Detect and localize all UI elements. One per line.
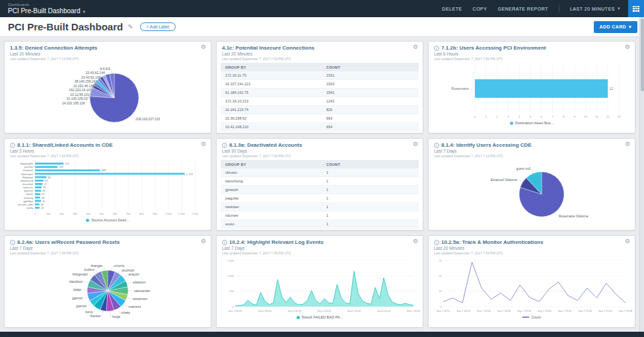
- card-potential-insecure-connections: 4.1c: Potential Insecure Connections ⚙ L…: [216, 41, 423, 133]
- legend-swatch: [86, 219, 89, 222]
- table-row[interactable]: rwebster1: [221, 203, 419, 211]
- svg-text:25: 25: [439, 289, 443, 293]
- line-chart: 0255075Sep 7 18:51Sep 7 18:52Sep 7 18:54…: [433, 257, 631, 314]
- gear-icon[interactable]: ⚙: [625, 44, 630, 50]
- delete-button[interactable]: DELETE: [442, 7, 462, 11]
- svg-text:1 124: 1 124: [186, 172, 194, 176]
- apps-grid-button[interactable]: [628, 0, 644, 17]
- generate-report-button[interactable]: GENERATE REPORT: [497, 7, 548, 11]
- add-card-button[interactable]: ADD CARD ▾: [594, 21, 637, 33]
- column-header-group-by[interactable]: GROUP BY: [225, 65, 326, 69]
- cell-group-by: 61.184.162.75: [225, 91, 326, 94]
- cell-count: 1: [326, 179, 414, 183]
- vertical-scrollbar[interactable]: [639, 17, 644, 332]
- svg-text:8.6.8.8: 8.6.8.8: [100, 67, 111, 71]
- table-row[interactable]: 10.241.223.74826: [221, 106, 419, 114]
- table-row[interactable]: 172.16.11.702331: [221, 71, 419, 80]
- card-highlight-relevant-log-events: i 10.2.4: Highlight Relevant Log Events …: [216, 235, 423, 328]
- cell-group-by: 172.16.11.70: [225, 73, 326, 77]
- svg-text:Sep 3 00:00: Sep 3 00:00: [288, 310, 301, 313]
- svg-text:0: 0: [34, 212, 36, 215]
- cell-count: 826: [326, 108, 414, 112]
- table-row[interactable]: samchoing1: [221, 177, 419, 186]
- cell-group-by: gjoseph: [225, 188, 326, 192]
- gear-icon[interactable]: ⚙: [413, 238, 418, 244]
- cell-group-by: 10.30.238.62: [225, 116, 326, 120]
- table-row[interactable]: ndumes1: [221, 211, 419, 220]
- info-icon[interactable]: i: [434, 46, 439, 51]
- cell-group-by: ndumes: [225, 213, 326, 217]
- gear-icon[interactable]: ⚙: [201, 44, 206, 50]
- info-icon[interactable]: i: [434, 143, 439, 148]
- card-title: 10.2.5a: Track & Monitor Authentications: [441, 239, 543, 245]
- svg-text:500: 500: [229, 289, 234, 293]
- svg-text:1 500: 1 500: [227, 259, 234, 262]
- card-users-recent-password-resets: i 8.2.4a: Users w/Recent Password Resets…: [4, 235, 211, 328]
- card-time-range: Last 6 Hours: [434, 52, 629, 56]
- pie-chart: dvargasfcollinshfitzgeraldidavidsonipage…: [9, 257, 207, 323]
- table-row[interactable]: nbrown1: [221, 168, 419, 177]
- column-header-group-by[interactable]: GROUP BY: [225, 163, 326, 167]
- svg-text:Sep 7 19:06: Sep 7 19:06: [598, 310, 612, 313]
- svg-text:488: 488: [101, 168, 106, 172]
- table-row[interactable]: gjoseph1: [221, 186, 419, 194]
- table-row[interactable]: 10.227.241.2212203: [221, 80, 419, 89]
- card-title: 7.1.2b: Users Accessing PCI Environment: [441, 45, 546, 51]
- card-title: 4.1c: Potential Insecure Connections: [222, 45, 314, 51]
- cell-count: 1: [326, 196, 414, 200]
- copy-button[interactable]: COPY: [473, 7, 487, 11]
- svg-text:oswanson: oswanson: [133, 297, 148, 301]
- info-icon[interactable]: i: [434, 240, 439, 245]
- table-row[interactable]: 61.184.162.751541: [221, 89, 419, 97]
- cell-group-by: 10.41.148.210: [225, 125, 326, 129]
- gear-icon[interactable]: ⚙: [413, 44, 418, 50]
- edit-pencil-icon[interactable]: ✎: [127, 23, 133, 30]
- svg-text:5: 5: [530, 115, 532, 118]
- svg-text:Sep 5 00:00: Sep 5 00:00: [347, 310, 361, 313]
- gear-icon[interactable]: ⚙: [625, 141, 630, 147]
- svg-text:6: 6: [540, 115, 542, 118]
- chart-legend[interactable]: Result FAILED BAD PA...: [297, 315, 343, 319]
- svg-text:10.151.46.189: 10.151.46.189: [73, 84, 94, 88]
- card-title: 8.1.3a: Deactivated Accounts: [229, 142, 302, 148]
- svg-text:cmorris: cmorris: [114, 264, 125, 268]
- info-icon[interactable]: i: [222, 143, 227, 148]
- svg-text:Sep 2 00:00: Sep 2 00:00: [258, 310, 271, 313]
- gear-icon[interactable]: ⚙: [201, 238, 206, 244]
- dashboard-switcher[interactable]: Dashboards PCI Pre-Built Dashboard ▾: [8, 3, 85, 15]
- table-row[interactable]: souto1: [221, 220, 419, 229]
- table-row[interactable]: jsaguilar1: [221, 194, 419, 203]
- time-range-dropdown[interactable]: LAST 20 MINUTES ▾: [570, 6, 620, 11]
- chart-legend[interactable]: Count: [522, 315, 541, 319]
- chart-legend[interactable]: Source Account Desti...: [86, 218, 129, 222]
- svg-text:Sep 7 18:56: Sep 7 18:56: [497, 310, 511, 313]
- card-title: 8.1.4: Identify Users Accessing CDE: [441, 142, 532, 148]
- chart-legend[interactable]: Destination Asset Bos...: [510, 121, 554, 125]
- scrollbar-thumb[interactable]: [641, 19, 644, 91]
- table-row[interactable]: 10.41.148.210654: [221, 123, 419, 131]
- svg-text:jparrett: jparrett: [75, 304, 87, 308]
- column-header-count[interactable]: COUNT: [326, 65, 414, 69]
- cell-count: 1: [326, 170, 414, 174]
- add-label-button[interactable]: + Add Label: [140, 22, 176, 31]
- table-row[interactable]: 172.16.10.2131242: [221, 97, 419, 106]
- card-title: 1.3.5: Denied Connection Attempts: [10, 45, 97, 51]
- svg-text:0: 0: [441, 305, 443, 309]
- legend-label: Count: [531, 315, 541, 319]
- gear-icon[interactable]: ⚙: [413, 141, 418, 147]
- svg-text:salexander: salexander: [134, 289, 151, 293]
- gear-icon[interactable]: ⚙: [201, 141, 206, 147]
- info-icon[interactable]: i: [10, 240, 15, 245]
- column-header-count[interactable]: COUNT: [326, 163, 414, 167]
- svg-text:600: 600: [113, 212, 118, 215]
- svg-text:Rosemarie Osborne: Rosemarie Osborne: [559, 214, 589, 218]
- table-row[interactable]: 10.30.238.62663: [221, 114, 419, 123]
- svg-text:Sep 7 18:54: Sep 7 18:54: [477, 310, 490, 313]
- svg-text:10.12.99.131: 10.12.99.131: [70, 93, 89, 96]
- card-time-range: Last 30 Days: [222, 149, 417, 153]
- info-icon[interactable]: i: [10, 143, 15, 148]
- gear-icon[interactable]: ⚙: [625, 238, 630, 244]
- card-shared-linked-accounts: i 8.1.1: Shared/Linked Accounts in CDE ⚙…: [4, 138, 211, 231]
- svg-text:1: 1: [485, 115, 487, 118]
- info-icon[interactable]: i: [222, 240, 227, 245]
